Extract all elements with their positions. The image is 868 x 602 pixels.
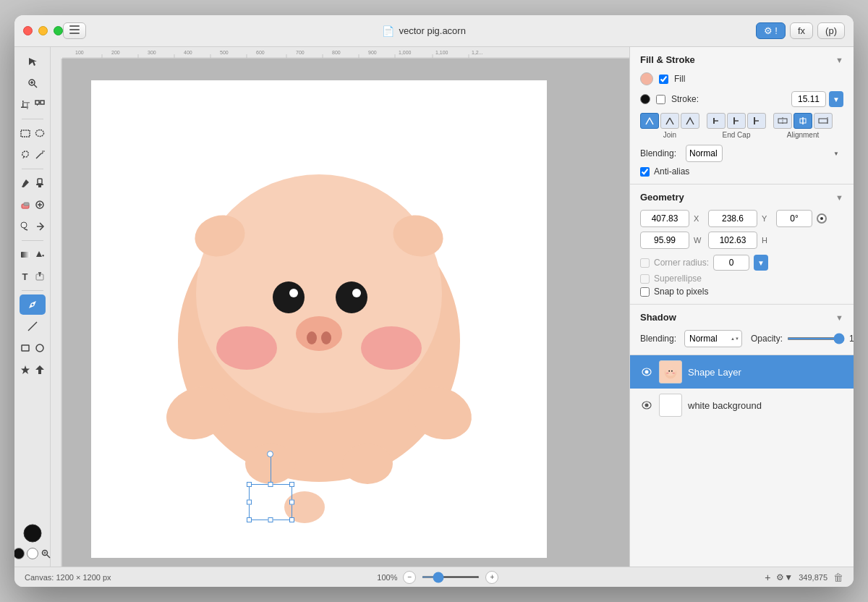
- tools-panel-button[interactable]: ⚙ !: [756, 22, 786, 39]
- tool-magic-wand[interactable]: [33, 145, 46, 165]
- titlebar-center: 📄 vector pig.acorn: [92, 25, 756, 37]
- maximize-button[interactable]: [54, 26, 63, 35]
- layer-bg-thumb: [659, 394, 682, 417]
- align-btn-3[interactable]: [814, 113, 833, 129]
- stroke-color-circle[interactable]: [640, 94, 650, 104]
- zoom-in-btn[interactable]: +: [485, 571, 498, 584]
- tool-arrow-shape[interactable]: [33, 360, 46, 380]
- tool-lasso[interactable]: [19, 145, 32, 165]
- tool-vector-pen[interactable]: [20, 294, 46, 315]
- zoom-slider[interactable]: [422, 576, 480, 578]
- shadow-select-wrapper: Normal: [684, 330, 742, 347]
- fill-stroke-header: Fill & Stroke ▼: [640, 54, 843, 65]
- opacity-slider[interactable]: [787, 337, 845, 340]
- tool-gradient[interactable]: [19, 245, 32, 265]
- x-input[interactable]: [640, 210, 689, 227]
- stroke-value-input[interactable]: [791, 91, 826, 107]
- foreground-color-swatch[interactable]: [14, 548, 25, 559]
- delete-btn[interactable]: 🗑: [833, 572, 843, 583]
- tool-shape-circle[interactable]: [33, 338, 46, 358]
- stroke-checkbox[interactable]: [656, 95, 665, 104]
- fx-panel-button[interactable]: fx: [790, 22, 813, 39]
- svg-rect-39: [22, 345, 29, 351]
- tool-text-box[interactable]: [33, 266, 46, 287]
- shadow-collapse[interactable]: ▼: [835, 313, 843, 322]
- fill-stroke-collapse[interactable]: ▼: [835, 56, 843, 64]
- tool-select-rect[interactable]: [19, 123, 32, 143]
- p-panel-button[interactable]: (p): [817, 22, 845, 39]
- layer-shape-visibility[interactable]: [640, 365, 653, 378]
- tool-transform[interactable]: [33, 95, 46, 115]
- layer-shape[interactable]: Shape Layer: [630, 355, 854, 389]
- tool-clone[interactable]: [33, 216, 46, 237]
- svg-rect-12: [35, 101, 39, 104]
- svg-point-86: [361, 326, 422, 370]
- y-input[interactable]: [708, 210, 757, 227]
- svg-rect-16: [21, 130, 30, 137]
- join-btn-2[interactable]: [660, 113, 679, 129]
- w-input[interactable]: [640, 232, 689, 249]
- add-layer-btn[interactable]: +: [765, 572, 770, 583]
- endcap-btn-3[interactable]: [747, 113, 766, 129]
- tool-paintbrush[interactable]: [19, 173, 32, 193]
- svg-line-18: [23, 156, 24, 158]
- align-btn-1[interactable]: [773, 113, 792, 129]
- tool-zoom[interactable]: [20, 73, 46, 93]
- corner-radius-input[interactable]: [713, 255, 749, 271]
- canvas-viewport[interactable]: [62, 59, 629, 567]
- opacity-label: Opacity:: [751, 334, 783, 344]
- svg-point-92: [307, 331, 317, 344]
- join-btn-1[interactable]: [640, 113, 659, 129]
- angle-dial[interactable]: [817, 213, 827, 224]
- tool-eraser[interactable]: [19, 195, 32, 215]
- corner-radius-dropdown[interactable]: ▼: [754, 255, 768, 271]
- stroke-dropdown-btn[interactable]: ▼: [829, 91, 843, 107]
- tool-crop[interactable]: [19, 95, 32, 115]
- tool-heal[interactable]: [33, 195, 46, 215]
- blending-select-wrapper: Normal Multiply Screen: [686, 145, 843, 162]
- endcap-btn-1[interactable]: [707, 113, 726, 129]
- superellipse-checkbox[interactable]: [640, 274, 650, 284]
- snap-checkbox[interactable]: [640, 287, 650, 297]
- align-btn-2[interactable]: [793, 113, 812, 129]
- tool-shape-rect[interactable]: [19, 338, 32, 358]
- shadow-header: Shadow ▼: [640, 312, 843, 323]
- zoom-out-btn[interactable]: −: [403, 571, 416, 584]
- tool-star[interactable]: [19, 360, 32, 380]
- endcap-btn-2[interactable]: [727, 113, 746, 129]
- svg-rect-27: [24, 203, 29, 205]
- canvas-area[interactable]: 100 200 300 400 500 600 700 800: [51, 47, 629, 567]
- settings-btn[interactable]: ⚙▼: [776, 572, 793, 582]
- layer-background[interactable]: white background: [630, 389, 854, 422]
- h-input[interactable]: [708, 232, 757, 249]
- tool-select-circle[interactable]: [33, 123, 46, 143]
- svg-point-116: [665, 366, 676, 376]
- close-button[interactable]: [23, 26, 33, 35]
- tool-text[interactable]: T: [19, 266, 32, 287]
- svg-point-43: [24, 525, 41, 542]
- layer-bg-visibility[interactable]: [640, 399, 653, 412]
- background-color-swatch[interactable]: [27, 548, 38, 559]
- join-btn-3[interactable]: [681, 113, 699, 129]
- tool-fill[interactable]: [33, 245, 46, 265]
- fill-color-circle[interactable]: [640, 72, 653, 85]
- tool-smudge[interactable]: [19, 216, 32, 237]
- svg-rect-1: [69, 29, 80, 30]
- tool-circle-select[interactable]: [19, 522, 46, 545]
- svg-point-120: [671, 370, 673, 372]
- tool-arrow[interactable]: [20, 51, 46, 72]
- blending-select[interactable]: Normal Multiply Screen: [686, 145, 723, 162]
- zoom-value: 100%: [377, 573, 397, 582]
- sidebar-toggle-button[interactable]: [63, 22, 86, 39]
- shadow-blending-select[interactable]: Normal: [684, 330, 742, 347]
- anti-alias-checkbox[interactable]: [640, 167, 650, 177]
- svg-point-17: [35, 130, 43, 137]
- fill-checkbox[interactable]: [659, 75, 668, 84]
- tool-stamp[interactable]: [33, 173, 46, 193]
- svg-line-38: [28, 322, 37, 331]
- geometry-collapse[interactable]: ▼: [835, 193, 843, 202]
- angle-input[interactable]: [776, 210, 812, 227]
- minimize-button[interactable]: [38, 26, 48, 35]
- tool-line[interactable]: [20, 316, 46, 336]
- corner-radius-checkbox[interactable]: [640, 258, 650, 268]
